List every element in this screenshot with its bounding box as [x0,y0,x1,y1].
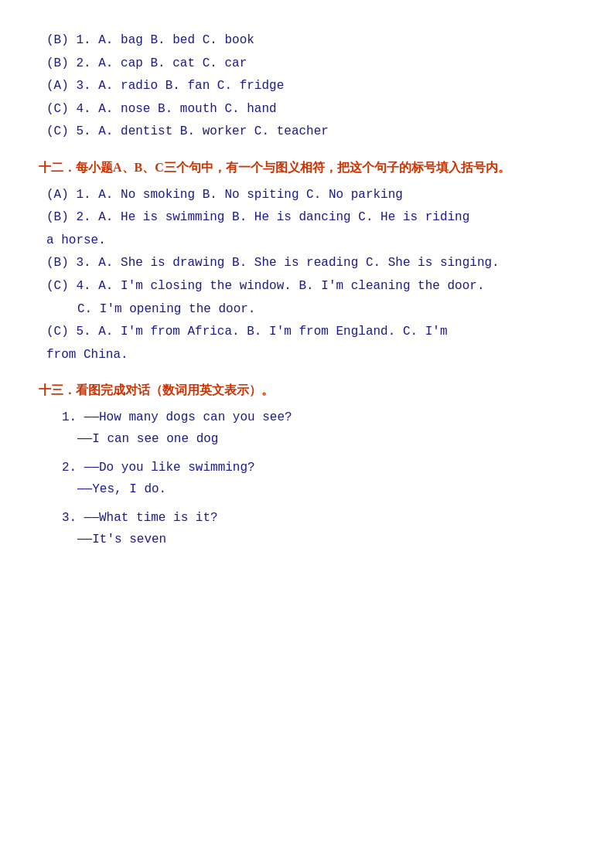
answer-12-3: (B) [46,256,69,270]
options-11-5: A. dentist B. worker C. teacher [98,124,329,138]
section-12-header-container: 十二．每小题A、B、C三个句中，有一个与图义相符，把这个句子的标号填入括号内。 [39,158,575,179]
dialogue-2: 2. ——Do you like swimming? ——Yes, I do. [39,458,575,499]
options-12-1: A. No smoking B. No spiting C. No parkin… [98,188,403,202]
dialogue-1-answer: ——I can see one dog [39,430,575,450]
dialogue-2-q: ——Do you like swimming? [84,461,255,475]
dialogue-1-q: ——How many dogs can you see? [84,410,292,424]
q11-4: (C) 4. A. nose B. mouth C. hand [39,100,575,120]
num-label-12-4: 4. [76,279,90,293]
options-12-4-line2: C. I'm opening the door. [77,302,255,316]
num-label-12-2: 2. [76,210,90,224]
answer-11-1: (B) [46,33,69,47]
answer-12-4: (C) [46,279,69,293]
options-12-4-line1: A. I'm closing the window. B. I'm cleani… [98,279,484,293]
answer-12-5: (C) [46,325,69,339]
dialogue-1-num-q: 1. ——How many dogs can you see? [39,408,575,428]
dialogue-3-num: 3. [62,511,77,525]
answer-11-5: (C) [46,124,69,138]
options-11-3: A. radio B. fan C. fridge [98,79,284,93]
section-12-header: 十二．每小题A、B、C三个句中，有一个与图义相符，把这个句子的标号填入括号内。 [39,161,510,174]
q12-2-cont: a horse. [39,231,575,251]
q12-2: (B) 2. A. He is swimming B. He is dancin… [39,208,575,228]
num-label-11-4: 4. [76,102,90,116]
dialogue-3: 3. ——What time is it? ——It's seven [39,509,575,550]
num-label-11-3: 3. [76,79,90,93]
q12-3: (B) 3. A. She is drawing B. She is readi… [39,254,575,274]
q12-1: (A) 1. A. No smoking B. No spiting C. No… [39,186,575,206]
dialogue-3-q: ——What time is it? [84,511,218,525]
options-11-2: A. cap B. cat C. car [98,56,247,70]
q12-5: (C) 5. A. I'm from Africa. B. I'm from E… [39,322,575,342]
num-label-11-5: 5. [76,124,90,138]
q12-4-cont: C. I'm opening the door. [39,300,575,320]
answer-12-2: (B) [46,210,69,224]
options-12-5-line2: from China. [46,348,128,362]
dialogue-2-num: 2. [62,461,77,475]
num-label-12-3: 3. [76,256,90,270]
dialogue-2-answer: ——Yes, I do. [39,480,575,500]
section-11: (B) 1. A. bag B. bed C. book (B) 2. A. c… [39,31,575,142]
q11-3: (A) 3. A. radio B. fan C. fridge [39,77,575,97]
dialogue-3-num-q: 3. ——What time is it? [39,509,575,529]
section-13-header: 十三．看图完成对话（数词用英文表示）。 [39,383,274,397]
q11-5: (C) 5. A. dentist B. worker C. teacher [39,122,575,142]
options-12-3: A. She is drawing B. She is reading C. S… [98,256,499,270]
options-11-4: A. nose B. mouth C. hand [98,102,276,116]
dialogue-1-num: 1. [62,410,77,424]
options-12-5-line1: A. I'm from Africa. B. I'm from England.… [98,325,447,339]
num-label-12-5: 5. [76,325,90,339]
q12-4: (C) 4. A. I'm closing the window. B. I'm… [39,277,575,297]
section-13: 十三．看图完成对话（数词用英文表示）。 1. ——How many dogs c… [39,380,575,550]
answer-11-2: (B) [46,56,69,70]
dialogue-1: 1. ——How many dogs can you see? ——I can … [39,408,575,449]
q11-2: (B) 2. A. cap B. cat C. car [39,54,575,74]
dialogue-3-answer: ——It's seven [39,530,575,550]
q11-1: (B) 1. A. bag B. bed C. book [39,31,575,51]
num-label-11-1: 1. [76,33,90,47]
dialogue-2-num-q: 2. ——Do you like swimming? [39,458,575,478]
options-12-2-line1: A. He is swimming B. He is dancing C. He… [98,210,469,224]
num-label-12-1: 1. [76,188,90,202]
answer-11-4: (C) [46,102,69,116]
q12-5-cont: from China. [39,345,575,366]
num-label-11-2: 2. [76,56,90,70]
answer-12-1: (A) [46,188,69,202]
answer-11-3: (A) [46,79,69,93]
options-11-1: A. bag B. bed C. book [98,33,254,47]
section-12: 十二．每小题A、B、C三个句中，有一个与图义相符，把这个句子的标号填入括号内。 … [39,158,575,365]
section-13-header-container: 十三．看图完成对话（数词用英文表示）。 [39,380,575,402]
options-12-2-line2: a horse. [46,233,106,247]
